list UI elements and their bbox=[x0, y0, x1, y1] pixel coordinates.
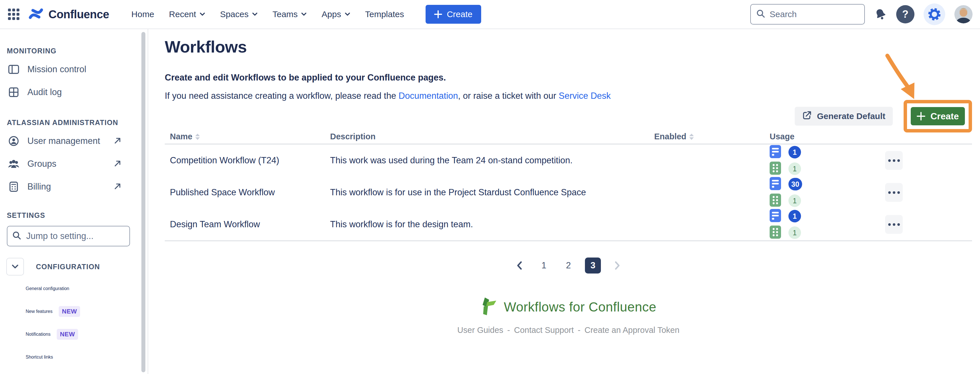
groups-icon bbox=[7, 159, 20, 169]
sidebar-item-user-management[interactable]: User management bbox=[0, 129, 148, 152]
jump-to-setting-input[interactable] bbox=[26, 231, 125, 241]
page-1-button[interactable]: 1 bbox=[536, 257, 552, 273]
contact-support-link[interactable]: Contact Support bbox=[514, 326, 574, 335]
nav-item-templates[interactable]: Templates bbox=[365, 10, 404, 19]
row-actions-menu-button[interactable] bbox=[885, 183, 903, 202]
export-icon bbox=[802, 110, 812, 122]
table-row: Competition Workflow (T24) This work was… bbox=[165, 144, 972, 176]
sidebar-scrollbar[interactable] bbox=[142, 32, 145, 372]
app-switcher-icon[interactable] bbox=[8, 8, 19, 20]
workflow-name: Design Team Workflow bbox=[165, 219, 330, 230]
chevron-down-icon bbox=[199, 12, 205, 16]
pagination: 1 2 3 bbox=[165, 257, 972, 273]
column-header-enabled[interactable]: Enabled bbox=[654, 132, 770, 141]
spaces-icon bbox=[770, 193, 781, 208]
usage-cell: 1 1 bbox=[770, 145, 881, 176]
space-usage-badge: 1 bbox=[788, 226, 801, 239]
sort-icon bbox=[195, 134, 200, 140]
nav-menu: Home Recent Spaces Teams Apps bbox=[131, 10, 404, 19]
jump-to-setting-search bbox=[7, 226, 130, 246]
collapse-configuration-button[interactable] bbox=[6, 258, 24, 275]
nav-item-recent[interactable]: Recent bbox=[169, 10, 205, 19]
previous-page-icon[interactable] bbox=[511, 257, 527, 273]
external-link-icon bbox=[114, 182, 121, 191]
table-body: Competition Workflow (T24) This work was… bbox=[165, 144, 972, 241]
page-usage-badge: 1 bbox=[788, 146, 801, 158]
page-usage-badge: 1 bbox=[788, 210, 801, 222]
pages-icon bbox=[770, 145, 781, 159]
workflow-description: This work was used during the Team 24 on… bbox=[330, 155, 654, 166]
sidebar-item-notifications[interactable]: Notifications NEW bbox=[0, 323, 148, 346]
table-row: Published Space Workflow This workflow i… bbox=[165, 176, 972, 208]
page-3-button-current[interactable]: 3 bbox=[585, 257, 601, 273]
footer-links: User Guides-Contact Support-Create an Ap… bbox=[165, 326, 972, 335]
workflow-name: Published Space Workflow bbox=[165, 187, 330, 198]
generate-default-button[interactable]: Generate Default bbox=[795, 107, 893, 126]
sidebar-item-general-configuration[interactable]: General configuration bbox=[0, 277, 148, 300]
admin-sidebar: MONITORING Mission control Audit log ATL… bbox=[0, 29, 148, 374]
help-icon[interactable]: ? bbox=[896, 5, 915, 23]
column-header-name[interactable]: Name bbox=[165, 132, 330, 141]
nav-item-spaces[interactable]: Spaces bbox=[220, 10, 258, 19]
page-help-text: If you need assistance creating a workfl… bbox=[165, 91, 611, 101]
documentation-link[interactable]: Documentation bbox=[398, 91, 458, 101]
notifications-bell-icon[interactable] bbox=[874, 8, 887, 21]
sort-icon bbox=[689, 134, 694, 140]
column-header-description: Description bbox=[330, 132, 654, 141]
page-actions: Generate Default Create bbox=[795, 100, 972, 132]
sidebar-item-billing[interactable]: Billing bbox=[0, 175, 148, 198]
nav-create-button[interactable]: Create bbox=[426, 5, 481, 24]
usage-cell: 30 1 bbox=[770, 177, 881, 208]
billing-icon bbox=[7, 181, 20, 192]
page-title: Workflows bbox=[165, 37, 247, 56]
new-badge: NEW bbox=[57, 329, 78, 340]
row-actions-menu-button[interactable] bbox=[885, 151, 903, 170]
row-actions-menu-button[interactable] bbox=[885, 215, 903, 234]
workflow-description: This workflow is for the design team. bbox=[330, 219, 654, 230]
table-row: Design Team Workflow This workflow is fo… bbox=[165, 208, 972, 240]
sidebar-item-mission-control[interactable]: Mission control bbox=[0, 58, 148, 81]
sidebar-section-admin: ATLASSIAN ADMINISTRATION bbox=[7, 118, 148, 127]
usage-cell: 1 1 bbox=[770, 209, 881, 240]
plus-icon bbox=[434, 10, 442, 18]
plugin-footer: Workflows for Confluence User Guides-Con… bbox=[165, 297, 972, 335]
nav-item-home[interactable]: Home bbox=[131, 10, 154, 19]
audit-log-icon bbox=[7, 87, 20, 97]
app-name: Confluence bbox=[48, 8, 109, 21]
plus-icon bbox=[917, 112, 925, 120]
chevron-down-icon bbox=[345, 12, 350, 16]
space-usage-badge: 1 bbox=[788, 163, 801, 175]
user-guides-link[interactable]: User Guides bbox=[457, 326, 503, 335]
settings-gear-icon[interactable] bbox=[924, 3, 945, 25]
page-usage-badge: 30 bbox=[788, 178, 802, 190]
chevron-down-icon bbox=[11, 264, 19, 269]
global-search bbox=[750, 4, 865, 24]
page-2-button[interactable]: 2 bbox=[560, 257, 576, 273]
footer-brand-title: Workflows for Confluence bbox=[504, 299, 656, 315]
workflow-description: This workflow is for use in the Project … bbox=[330, 187, 654, 198]
user-icon bbox=[7, 136, 20, 147]
nav-item-teams[interactable]: Teams bbox=[272, 10, 307, 19]
next-page-icon[interactable] bbox=[609, 257, 625, 273]
sidebar-item-audit-log[interactable]: Audit log bbox=[0, 81, 148, 104]
service-desk-link[interactable]: Service Desk bbox=[559, 91, 611, 101]
user-avatar[interactable] bbox=[955, 5, 973, 23]
chevron-down-icon bbox=[252, 12, 258, 16]
sidebar-item-shortcut-links[interactable]: Shortcut links bbox=[0, 346, 148, 369]
spaces-icon bbox=[770, 161, 781, 176]
nav-item-apps[interactable]: Apps bbox=[321, 10, 350, 19]
mission-control-icon bbox=[7, 64, 20, 74]
create-approval-token-link[interactable]: Create an Approval Token bbox=[584, 326, 679, 335]
search-input[interactable] bbox=[770, 10, 859, 19]
sidebar-section-monitoring: MONITORING bbox=[7, 47, 148, 55]
sidebar-item-new-features[interactable]: New features NEW bbox=[0, 300, 148, 323]
pages-icon bbox=[770, 209, 781, 223]
nav-left-cluster: Confluence Home Recent Spaces Teams bbox=[8, 5, 481, 24]
confluence-home-link[interactable]: Confluence bbox=[28, 6, 109, 22]
confluence-admin-screen: Confluence Home Recent Spaces Teams bbox=[0, 0, 980, 374]
create-workflow-button[interactable]: Create bbox=[911, 107, 965, 125]
workflow-name: Competition Workflow (T24) bbox=[165, 155, 330, 166]
new-badge: NEW bbox=[59, 306, 80, 317]
top-navigation: Confluence Home Recent Spaces Teams bbox=[0, 0, 980, 29]
sidebar-item-groups[interactable]: Groups bbox=[0, 152, 148, 175]
